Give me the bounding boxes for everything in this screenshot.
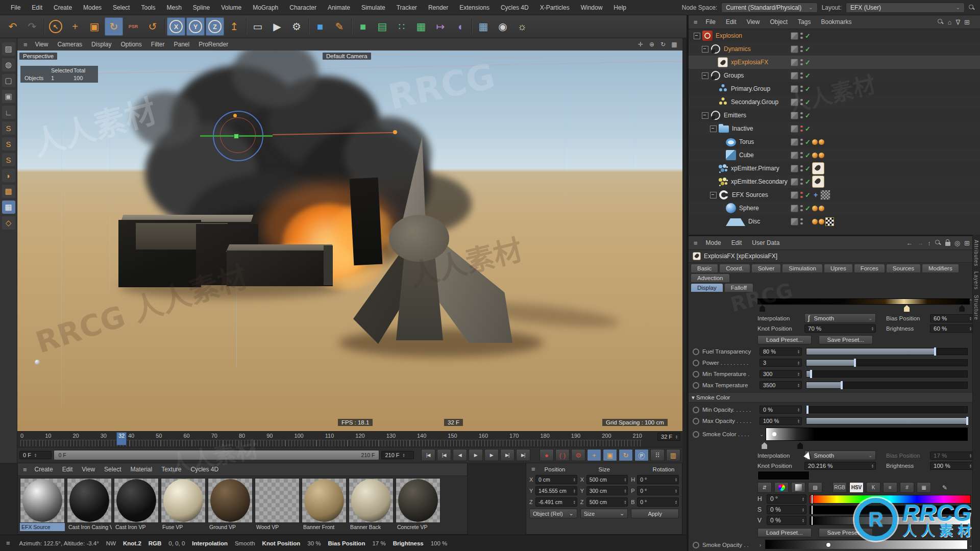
tab-display[interactable]: Display bbox=[691, 283, 723, 292]
object-label[interactable]: Secondary.Group bbox=[731, 98, 778, 106]
enable-check[interactable] bbox=[805, 32, 812, 40]
range-end-input[interactable]: 210 F▲▼ bbox=[381, 451, 413, 459]
layer-chip[interactable] bbox=[791, 191, 798, 199]
expand-toggle[interactable] bbox=[718, 219, 724, 224]
object-label[interactable]: Dynamics bbox=[724, 45, 751, 53]
pan-view-icon[interactable]: ✛ bbox=[636, 41, 645, 48]
snap-3d-icon[interactable]: S bbox=[2, 137, 15, 151]
autokeying-button[interactable]: ( ) bbox=[555, 449, 570, 461]
apply-button[interactable]: Apply bbox=[631, 509, 679, 518]
rotation-input[interactable]: 0 °▲▼ bbox=[637, 497, 679, 507]
object-row[interactable]: xpEmitter.Secondary bbox=[689, 175, 980, 188]
rgb-mode-button[interactable]: RGB bbox=[832, 482, 847, 493]
enable-check[interactable] bbox=[805, 85, 812, 93]
attribute-tab[interactable]: Sources bbox=[886, 264, 921, 272]
am-target-icon[interactable]: ◎ bbox=[954, 239, 960, 247]
object-tag[interactable] bbox=[812, 162, 824, 174]
current-frame-marker[interactable]: 32 bbox=[116, 432, 127, 445]
record-parameter-toggle[interactable]: Ⓟ bbox=[634, 449, 649, 461]
am-search-icon[interactable] bbox=[935, 240, 941, 246]
smoke-color-section[interactable]: ▾ Smoke Color bbox=[689, 392, 973, 403]
brightness-input[interactable]: 100 %▲▼ bbox=[930, 462, 973, 470]
material-name[interactable]: Fuse VP bbox=[161, 523, 206, 531]
enable-check[interactable] bbox=[805, 125, 812, 133]
snap-toggle-icon[interactable]: S bbox=[2, 121, 15, 135]
rotation-input[interactable]: 0 °▲▼ bbox=[637, 475, 679, 484]
material-thumbnail[interactable] bbox=[67, 478, 112, 523]
expand-toggle[interactable] bbox=[718, 139, 724, 145]
mograph-cloner[interactable]: ∷ bbox=[393, 17, 411, 36]
attribute-tab[interactable]: Simulation bbox=[782, 264, 823, 272]
redo-button[interactable]: ↷ bbox=[23, 17, 41, 36]
visibility-dots[interactable] bbox=[800, 32, 803, 40]
object-row[interactable]: Sphere bbox=[689, 202, 980, 215]
light-object[interactable]: ☼ bbox=[513, 17, 531, 36]
material-menu-item[interactable]: Material bbox=[126, 466, 157, 473]
mixer-mode-icon[interactable]: ≡ bbox=[883, 482, 897, 493]
uv-mode-icon[interactable]: ▦ bbox=[2, 201, 15, 214]
menu-item[interactable]: Character bbox=[284, 0, 322, 15]
om-search-icon[interactable] bbox=[938, 19, 944, 25]
menu-item[interactable]: Window bbox=[575, 0, 608, 15]
object-tag[interactable] bbox=[812, 176, 824, 188]
material-thumbnail[interactable] bbox=[161, 478, 206, 523]
undo-button[interactable]: ↶ bbox=[4, 17, 22, 36]
saturation-input[interactable]: 0 %▲▼ bbox=[767, 505, 806, 514]
object-menu-item[interactable]: Tags bbox=[793, 18, 816, 26]
animation-dot[interactable] bbox=[693, 360, 699, 366]
attributes-menu-icon[interactable]: ≡ bbox=[692, 239, 700, 247]
material-menu-icon[interactable]: ≡ bbox=[21, 466, 29, 473]
menu-item[interactable]: Tracker bbox=[391, 0, 423, 15]
visibility-dots[interactable] bbox=[800, 178, 803, 186]
expand-toggle[interactable] bbox=[710, 60, 716, 65]
viewport-menu-item[interactable]: Filter bbox=[146, 41, 169, 48]
object-row[interactable]: Explosion bbox=[689, 29, 980, 42]
viewport-menu-item[interactable]: ProRender bbox=[194, 41, 233, 48]
material-thumbnail[interactable] bbox=[302, 478, 347, 523]
material-name[interactable]: Banner Front bbox=[302, 523, 347, 531]
object-tag[interactable] bbox=[820, 190, 830, 200]
menu-item[interactable]: Help bbox=[608, 0, 632, 15]
expand-toggle[interactable] bbox=[710, 126, 717, 132]
menu-item[interactable]: File bbox=[5, 0, 26, 15]
attributes-menu-item[interactable]: Mode bbox=[701, 239, 726, 246]
animation-dot[interactable] bbox=[693, 542, 699, 548]
layer-chip[interactable] bbox=[791, 98, 798, 106]
expand-toggle[interactable] bbox=[710, 192, 717, 198]
size-mode-dropdown[interactable]: Size⌄ bbox=[580, 509, 628, 518]
expand-toggle[interactable] bbox=[718, 153, 724, 158]
object-label[interactable]: Emitters bbox=[724, 112, 746, 119]
object-menu-icon[interactable]: ≡ bbox=[692, 18, 700, 26]
menu-item[interactable]: Extensions bbox=[454, 0, 495, 15]
object-label[interactable]: Groups bbox=[724, 72, 744, 79]
status-menu-icon[interactable]: ≡ bbox=[4, 539, 12, 547]
coordinate-system-toggle[interactable]: ↺ bbox=[143, 17, 162, 36]
object-row[interactable]: EFX Sources bbox=[689, 188, 980, 202]
attribute-tab[interactable]: Advection bbox=[691, 273, 730, 282]
material-thumbnail[interactable] bbox=[349, 478, 394, 523]
object-menu-item[interactable]: Bookmarks bbox=[816, 18, 856, 26]
visibility-dots[interactable] bbox=[800, 98, 803, 106]
parameter-slider[interactable] bbox=[806, 359, 968, 366]
object-label[interactable]: Inactive bbox=[732, 125, 753, 132]
expand-toggle[interactable] bbox=[710, 86, 716, 92]
live-selection-tool[interactable]: ↖ bbox=[46, 17, 65, 36]
expand-toggle[interactable] bbox=[710, 179, 716, 185]
toolbar-separator[interactable] bbox=[244, 17, 248, 36]
bias-position-input[interactable]: 60 %▲▼ bbox=[930, 314, 973, 322]
brightness-input[interactable]: 60 %▲▼ bbox=[930, 324, 973, 333]
layer-chip[interactable] bbox=[791, 218, 798, 226]
add-primitive-cube[interactable]: ■ bbox=[311, 17, 329, 36]
visibility-dots[interactable] bbox=[800, 138, 803, 146]
animation-dot[interactable] bbox=[693, 418, 699, 424]
material-thumbnail[interactable] bbox=[255, 478, 300, 523]
layer-chip[interactable] bbox=[791, 32, 798, 40]
gradient-knot[interactable] bbox=[904, 305, 910, 312]
material-item[interactable]: Cast Iron VP bbox=[114, 478, 159, 531]
object-label[interactable]: Sphere bbox=[739, 205, 759, 212]
workplane-mode-icon[interactable]: ∟ bbox=[2, 106, 15, 119]
object-menu-item[interactable]: View bbox=[742, 18, 765, 26]
object-tag[interactable] bbox=[812, 206, 818, 211]
object-label[interactable]: Torus bbox=[739, 138, 754, 145]
object-row[interactable]: Cube bbox=[689, 148, 980, 162]
